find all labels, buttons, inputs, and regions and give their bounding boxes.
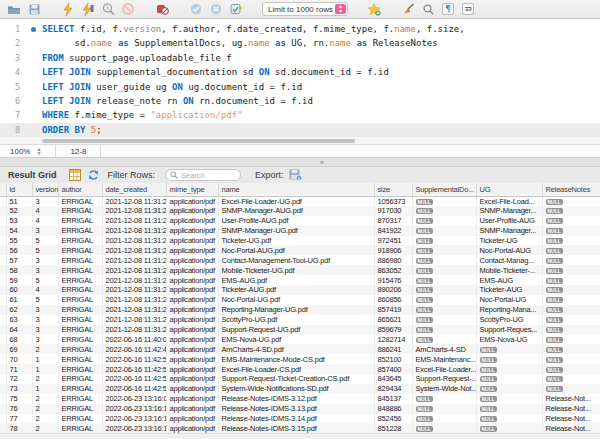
commit-button[interactable] [188,2,204,17]
rollback-x-icon [210,3,222,15]
column-header-size[interactable]: size [374,183,412,196]
table-cell: application/pdf [166,394,218,404]
explain-plan-button[interactable] [100,2,116,17]
table-row[interactable]: 762ERRIGAL2022-06-23 13:16:10application… [0,404,600,414]
execute-query-button[interactable] [60,2,76,17]
execute-current-statement-button[interactable] [80,2,96,17]
table-row[interactable]: 782ERRIGAL2022-06-23 13:16:13application… [0,423,600,433]
table-row[interactable]: 524ERRIGAL2021-12-08 11:31:24application… [0,206,600,216]
toggle-autocommit-button[interactable] [228,2,244,17]
table-cell: 863052 [374,265,412,275]
table-row[interactable]: 615ERRIGAL2021-12-08 11:31:28application… [0,295,600,305]
zoom-stepper-icon[interactable]: ▲▼ [36,147,41,155]
code-line[interactable]: 1SELECT f.id, f.version, f.author, f.dat… [0,22,600,36]
table-cell: 2021-12-08 11:31:27 [102,275,166,285]
editor-results-splitter[interactable] [0,158,600,167]
column-header-mime-type[interactable]: mime_type [166,183,218,196]
grid-view-icon[interactable] [69,169,81,181]
table-row[interactable]: 604ERRIGAL2021-12-08 11:31:28application… [0,285,600,295]
table-cell: Release-Notes-IDMS-3.12.pdf [218,394,374,404]
code-line[interactable]: 6LEFT JOIN release_note rn ON rn.documen… [0,94,600,108]
table-cell: Release-Notes-IDMS-3.15.pdf [218,423,374,433]
table-cell: Noc-Portal-UG [476,295,542,305]
row-limit-value: Limit to 1000 rows [268,5,333,14]
null-badge: NULL [480,386,497,392]
save-script-button[interactable] [26,2,42,17]
editor-status-bar: 100% ▲▼ 12-8 [0,144,600,158]
table-cell: NULL [412,226,476,236]
table-cell: NULL [542,275,600,285]
column-header-name[interactable]: name [218,183,374,196]
column-header-id[interactable]: id [6,183,32,196]
table-row[interactable]: 701ERRIGAL2022-06-16 11:42:52application… [0,354,600,364]
refresh-icon[interactable] [87,169,100,181]
line-number: 3 [0,51,26,65]
result-grid[interactable]: idversionauthordate_createdmime_typename… [0,183,600,439]
table-row[interactable]: 731ERRIGAL2022-06-16 11:42:57application… [0,384,600,394]
filter-search-box[interactable] [165,169,241,181]
sql-editor[interactable]: 1SELECT f.id, f.version, f.author, f.dat… [0,19,600,137]
table-row[interactable]: 513ERRIGAL2021-12-08 11:31:23application… [0,196,600,206]
table-cell: 2021-12-08 11:31:25 [102,216,166,226]
null-badge: NULL [416,337,433,343]
table-cell: application/pdf [166,275,218,285]
row-limit-dropdown[interactable]: Limit to 1000 rows ▲▼ [262,2,348,16]
beautify-sql-button[interactable] [400,2,416,17]
table-cell: SNMP-Manager... [476,226,542,236]
column-header-date-created[interactable]: date_created [102,183,166,196]
show-invisibles-button[interactable]: ¶ [440,2,456,17]
table-row[interactable]: 555ERRIGAL2021-12-08 11:31:25application… [0,236,600,246]
table-row[interactable]: 543ERRIGAL2021-12-08 11:31:25application… [0,226,600,236]
table-row[interactable]: 573ERRIGAL2021-12-08 11:31:26application… [0,255,600,265]
column-header-supplementaldo-[interactable]: SupplementalDo... [412,183,476,196]
table-row[interactable]: 692ERRIGAL2022-06-16 11:42:47application… [0,344,600,354]
table-cell: 829434 [374,384,412,394]
code-line[interactable]: 2 sd.name as SupplementalDocs, ug.name a… [0,36,600,50]
table-row[interactable]: 683ERRIGAL2022-06-16 11:40:03application… [0,334,600,344]
table-row[interactable]: 583ERRIGAL2021-12-08 11:31:26application… [0,265,600,275]
code-line[interactable]: 7WHERE f.mime_type = "application/pdf" [0,108,600,122]
table-cell: NULL [542,354,600,364]
table-row[interactable]: 534ERRIGAL2021-12-08 11:31:25application… [0,216,600,226]
table-row[interactable]: 752ERRIGAL2022-06-23 13:16:09application… [0,394,600,404]
export-save-icon[interactable] [289,169,302,181]
filter-search-input[interactable] [181,171,237,180]
table-row[interactable]: 565ERRIGAL2021-12-08 11:31:26application… [0,245,600,255]
rollback-button[interactable] [208,2,224,17]
editor-hscrollbar[interactable] [0,137,600,144]
line-number: 1 [0,22,26,36]
table-cell: 851228 [374,423,412,433]
table-cell: NULL [412,315,476,325]
table-cell: NULL [542,325,600,335]
code-line[interactable]: 5LEFT JOIN user_guide ug ON ug.document_… [0,80,600,94]
table-cell: application/pdf [166,384,218,394]
open-script-button[interactable] [6,2,22,17]
column-header-releasenotes[interactable]: ReleaseNotes [542,183,600,196]
column-header-version[interactable]: version [32,183,58,196]
column-header-ug[interactable]: UG [476,183,542,196]
table-row[interactable]: 772ERRIGAL2022-06-23 13:16:12application… [0,414,600,424]
null-badge: NULL [416,307,433,313]
table-cell: NULL [476,364,542,374]
table-row[interactable]: 623ERRIGAL2021-12-08 11:31:28application… [0,305,600,315]
table-row[interactable]: 711ERRIGAL2022-06-16 11:42:54application… [0,364,600,374]
new-snippet-button[interactable] [366,2,382,17]
table-row[interactable]: 722ERRIGAL2022-06-16 11:42:56application… [0,374,600,384]
toggle-stop-on-error-button[interactable] [154,2,170,17]
wrap-text-button[interactable] [460,2,476,17]
code-line[interactable]: 4LEFT JOIN supplemental_documentation sd… [0,65,600,79]
line-number: 4 [0,65,26,79]
table-row[interactable]: 633ERRIGAL2021-12-08 11:31:28application… [0,315,600,325]
null-badge: NULL [546,199,563,205]
column-header-author[interactable]: author [58,183,102,196]
stop-query-button[interactable] [120,2,136,17]
code-line[interactable]: 8ORDER BY 5; [0,123,600,137]
editor-hscrollbar-thumb[interactable] [42,139,355,143]
table-row[interactable]: 643ERRIGAL2021-12-08 11:31:29application… [0,325,600,335]
table-row[interactable]: 595ERRIGAL2021-12-08 11:31:27application… [0,275,600,285]
find-button[interactable] [420,2,436,17]
table-cell: application/pdf [166,245,218,255]
table-cell: application/pdf [166,325,218,335]
code-line[interactable]: 3FROM support_page.uploadable_file f [0,51,600,65]
table-cell: 865621 [374,315,412,325]
